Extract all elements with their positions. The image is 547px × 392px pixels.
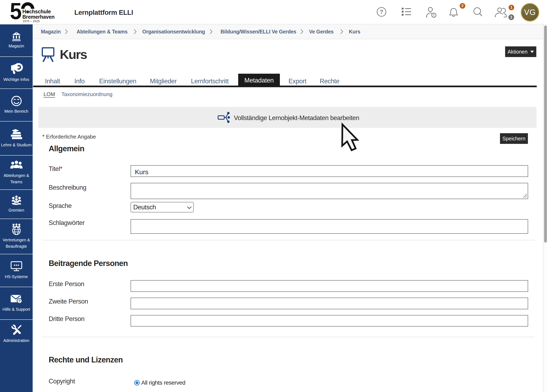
svg-text:?: ? <box>18 299 21 303</box>
svg-text:?: ? <box>380 9 383 15</box>
